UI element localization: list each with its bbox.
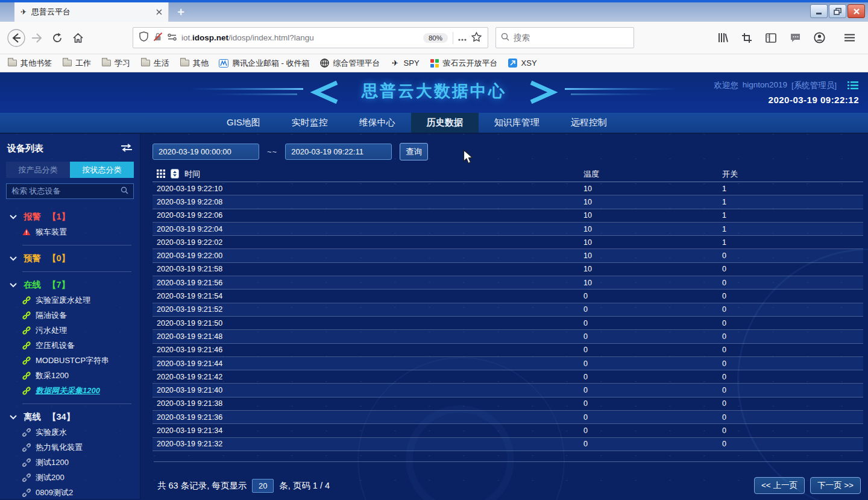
table-row[interactable]: 2020-03-19 9:21:52 0 0 — [153, 303, 863, 317]
query-button[interactable]: 查询 — [400, 143, 428, 160]
menu-list-icon[interactable] — [848, 81, 858, 92]
cell-temperature: 0 — [583, 332, 722, 341]
home-button[interactable] — [68, 28, 88, 48]
collapse-swap-icon[interactable] — [121, 144, 133, 154]
tree-group-offline[interactable]: 离线【34】 — [0, 409, 140, 425]
menu-icon[interactable] — [839, 28, 860, 48]
bookmark-item[interactable]: 其他书签 — [7, 58, 52, 69]
link-icon — [22, 387, 31, 395]
url-bar[interactable]: iot.idosp.net/idosp/index.html?langu 80% — [133, 27, 488, 48]
insecure-lock-icon[interactable] — [153, 32, 163, 44]
table-row[interactable]: 2020-03-19 9:21:40 0 0 — [153, 384, 863, 397]
minimize-button[interactable] — [810, 4, 828, 18]
table-row[interactable]: 2020-03-19 9:21:38 0 0 — [153, 397, 863, 411]
sidebar-tab[interactable]: 按产品分类 — [6, 162, 70, 178]
table-row[interactable]: 2020-03-19 9:21:54 0 0 — [153, 290, 863, 303]
table-row[interactable]: 2020-03-19 9:22:04 10 1 — [153, 223, 863, 236]
table-row[interactable]: 2020-03-19 9:21:42 0 0 — [153, 370, 863, 384]
bookmark-item[interactable]: 萤石云开放平台 — [430, 58, 498, 69]
table-row[interactable]: 2020-03-19 9:22:02 10 1 — [153, 236, 863, 249]
search-bar[interactable]: 搜索 — [495, 27, 634, 48]
sidebar-tab[interactable]: 按状态分类 — [70, 162, 134, 178]
device-item[interactable]: 测试1200 — [0, 455, 140, 470]
browser-tab[interactable]: ✈ 思普云平台 — [14, 2, 169, 22]
group-label: 报警 — [24, 211, 41, 223]
table-row[interactable]: 2020-03-19 9:21:50 0 0 — [153, 317, 863, 330]
shield-icon[interactable] — [139, 31, 148, 44]
group-count: 【7】 — [48, 279, 70, 291]
device-item[interactable]: 热力氧化装置 — [0, 440, 140, 455]
reload-button[interactable] — [47, 28, 68, 48]
device-search-input[interactable]: 检索 状态设备 — [6, 183, 134, 199]
start-datetime-input[interactable]: 2020-03-19 00:00:00 — [153, 144, 259, 160]
next-page-button[interactable]: 下一页 >> — [810, 477, 861, 494]
close-button[interactable] — [848, 4, 865, 18]
bookmark-item[interactable]: 综合管理平台 — [320, 58, 380, 69]
table-row[interactable]: 2020-03-19 9:22:08 10 1 — [153, 195, 863, 209]
table-row[interactable]: 2020-03-19 9:22:10 10 1 — [153, 182, 863, 195]
messages-icon[interactable] — [785, 28, 805, 48]
table-row[interactable]: 2020-03-19 9:22:00 10 0 — [153, 249, 863, 262]
cell-time: 2020-03-19 9:21:52 — [157, 305, 583, 314]
table-row[interactable]: 2020-03-19 9:21:44 0 0 — [153, 357, 863, 370]
bookmark-item[interactable]: 学习 — [101, 58, 130, 69]
end-datetime-input[interactable]: 2020-03-19 09:22:11 — [285, 144, 392, 160]
tree-group-warn[interactable]: 预警【0】 — [0, 250, 140, 266]
prev-page-button[interactable]: << 上一页 — [754, 477, 805, 494]
new-tab-button[interactable]: + — [169, 2, 193, 22]
screenshot-icon[interactable] — [737, 28, 757, 48]
device-item[interactable]: 污水处理 — [0, 323, 140, 338]
nav-tab[interactable]: 实时监控 — [276, 113, 344, 133]
bookmark-star-icon[interactable] — [471, 32, 482, 44]
table-row[interactable]: 2020-03-19 9:21:48 0 0 — [153, 330, 863, 343]
column-picker-grid-icon[interactable] — [157, 169, 165, 180]
tree-group-online[interactable]: 在线【7】 — [0, 277, 140, 293]
device-item[interactable]: 实验废水 — [0, 425, 140, 440]
table-row[interactable]: 2020-03-19 9:21:34 0 0 — [153, 424, 863, 437]
device-item[interactable]: 数据网关采集1200 — [0, 383, 140, 398]
bookmark-item[interactable]: 工作 — [62, 58, 91, 69]
page-actions-icon[interactable] — [458, 33, 467, 43]
sort-icon[interactable] — [171, 169, 179, 180]
nav-tab[interactable]: 维保中心 — [344, 113, 411, 133]
bookmark-item[interactable]: ✈ SPY — [391, 59, 420, 68]
table-row[interactable]: 2020-03-19 9:22:06 10 1 — [153, 209, 863, 223]
forward-button[interactable] — [27, 28, 47, 48]
table-row[interactable]: 2020-03-19 9:21:36 0 0 — [153, 411, 863, 424]
bookmark-item[interactable]: 其他 — [180, 58, 209, 69]
nav-tab[interactable]: GIS地图 — [211, 113, 276, 133]
bookmark-item[interactable]: 生活 — [140, 58, 169, 69]
device-item[interactable]: 测试200 — [0, 470, 140, 485]
device-item[interactable]: 0809测试2 — [0, 485, 140, 499]
device-item[interactable]: 隔油设备 — [0, 308, 140, 323]
permissions-icon[interactable] — [168, 33, 177, 43]
device-label: 实验室废水处理 — [36, 295, 90, 306]
column-header-time[interactable]: 时间 — [184, 169, 200, 180]
back-button[interactable] — [6, 28, 27, 48]
page-size-input[interactable]: 20 — [252, 479, 274, 493]
account-icon[interactable] — [809, 28, 829, 48]
nav-tab[interactable]: 知识库管理 — [479, 113, 555, 133]
restore-button[interactable] — [829, 4, 846, 18]
nav-tab[interactable]: 历史数据 — [411, 113, 479, 133]
device-item[interactable]: 空压机设备 — [0, 338, 140, 353]
bookmark-item[interactable]: 腾讯企业邮箱 - 收件箱 — [219, 58, 310, 69]
device-item[interactable]: 数采1200 — [0, 368, 140, 383]
device-item[interactable]: 猴车装置 — [0, 224, 140, 239]
bookmark-item[interactable]: XSY — [508, 59, 537, 68]
device-item[interactable]: 实验室废水处理 — [0, 293, 140, 308]
column-header-switch[interactable]: 开关 — [722, 169, 863, 180]
device-item[interactable]: MODBUSTCP字符串 — [0, 353, 140, 368]
table-row[interactable]: 2020-03-19 9:21:58 10 0 — [153, 263, 863, 276]
table-row[interactable]: 2020-03-19 9:21:56 10 0 — [153, 276, 863, 290]
zoom-level-badge[interactable]: 80% — [423, 33, 448, 43]
tree-group-alarm[interactable]: 报警【1】 — [0, 209, 140, 224]
close-tab-icon[interactable] — [156, 9, 162, 15]
table-row[interactable]: 2020-03-19 9:21:32 0 0 — [153, 438, 863, 451]
library-icon[interactable] — [712, 28, 733, 48]
column-header-temperature[interactable]: 温度 — [583, 169, 722, 180]
sidebar-toggle-icon[interactable] — [761, 28, 781, 48]
table-row[interactable]: 2020-03-19 9:21:46 0 0 — [153, 344, 863, 357]
browser-toolbar: iot.idosp.net/idosp/index.html?langu 80%… — [0, 22, 868, 54]
nav-tab[interactable]: 远程控制 — [555, 113, 623, 133]
